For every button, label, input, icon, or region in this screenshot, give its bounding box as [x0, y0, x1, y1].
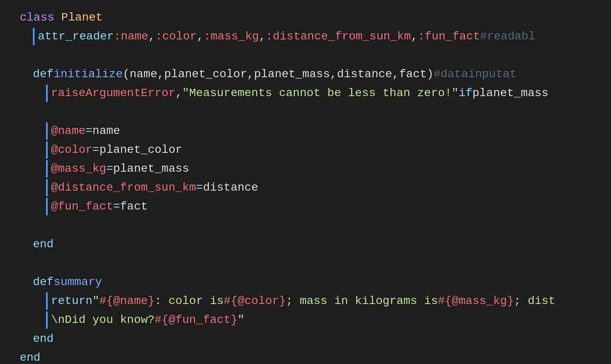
keyword-class: class	[20, 9, 54, 26]
sym-name: :name	[114, 28, 148, 45]
str-newline: \nDid you know?	[51, 311, 155, 329]
code-line-1: class Planet	[0, 8, 611, 27]
method-summary: summary	[53, 274, 102, 291]
ivar-fun-fact: @fun_fact	[51, 198, 113, 215]
code-line-def-init: def initialize(name, planet_color, plane…	[0, 65, 611, 84]
code-line-distance-assign: @distance_from_sun_km = distance	[0, 178, 611, 197]
keyword-if: if	[458, 85, 472, 102]
ivar-mass: @mass_kg	[51, 160, 106, 177]
str-colon: : color is	[155, 293, 224, 310]
op-assign3: =	[106, 160, 113, 177]
error-class-name: ArgumentError	[86, 85, 175, 102]
class-name: Planet	[61, 9, 103, 26]
val-distance: distance	[203, 179, 258, 196]
code-line-2: attr_reader :name, :color, :mass_kg, :di…	[0, 27, 611, 46]
method-initialize: initialize	[53, 66, 123, 83]
error-string: "Measurements cannot be less than zero!"	[182, 85, 458, 102]
code-line-raise: raise ArgumentError, "Measurements canno…	[0, 84, 611, 103]
comma2: ,	[197, 28, 204, 45]
val-fact: fact	[120, 198, 148, 215]
comment-at: at	[503, 66, 517, 83]
code-line-end1: end	[0, 235, 611, 254]
paren-close: )	[427, 66, 434, 83]
comma3: ,	[259, 28, 266, 45]
code-line-end2: end	[0, 329, 611, 348]
sym-color: :color	[155, 28, 197, 45]
param-fact: fact	[399, 66, 427, 83]
code-line-fact-assign: @fun_fact = fact	[0, 197, 611, 216]
code-line-blank3	[0, 216, 611, 235]
comma7: ,	[330, 66, 337, 83]
indent-bar-mass	[46, 160, 48, 177]
comma: ,	[148, 28, 155, 45]
code-editor: class Planet attr_reader :name, :color, …	[0, 0, 611, 364]
code-line-blank1	[0, 46, 611, 65]
param-color: planet_color	[164, 66, 247, 83]
ivar-color: @color	[51, 141, 93, 159]
comment-data-input: #data	[434, 66, 468, 83]
comma5: ,	[157, 66, 164, 83]
comment-input: input	[468, 66, 503, 83]
indent-bar-fact	[46, 198, 48, 215]
param-mass: planet_mass	[254, 66, 330, 83]
param-distance: distance	[337, 66, 392, 83]
comment-readable: #readabl	[480, 28, 535, 45]
indent-bar-ndid	[46, 311, 48, 329]
sym-mass: :mass_kg	[204, 28, 259, 45]
code-line-color-assign: @color = planet_color	[0, 141, 611, 159]
val-planet-color: planet_color	[100, 141, 183, 159]
code-line-name-assign: @name = name	[0, 122, 611, 141]
code-line-ndid: \nDid you know? #{@fun_fact}"	[0, 311, 611, 329]
keyword-end1: end	[33, 236, 53, 253]
val-name: name	[93, 122, 120, 140]
op-assign2: =	[93, 141, 100, 159]
var-planet-mass: planet_mass	[472, 85, 549, 102]
comma8: ,	[392, 66, 399, 83]
op-assign5: =	[113, 198, 120, 215]
interp-mass: #{@mass_kg}	[438, 293, 514, 310]
code-line-blank4	[0, 254, 611, 273]
ivar-name: @name	[51, 122, 86, 140]
param-name: name	[130, 66, 157, 83]
indent-bar	[33, 28, 35, 45]
paren-open: (	[123, 66, 130, 83]
val-planet-mass: planet_mass	[113, 160, 189, 177]
op-assign: =	[86, 122, 93, 140]
keyword-return: return	[51, 293, 93, 310]
comma4: ,	[411, 28, 418, 45]
keyword-raise: raise	[51, 85, 86, 102]
keyword-def: def	[33, 66, 53, 83]
keyword-def2: def	[33, 274, 53, 291]
indent-bar-return	[46, 293, 48, 310]
str-dist: ; dist	[514, 293, 555, 310]
keyword-end2: end	[33, 330, 53, 348]
code-line-return: return "#{@name}: color is #{@color}; ma…	[0, 292, 611, 311]
code-line-blank2	[0, 103, 611, 122]
interp-color: #{@color}	[224, 293, 286, 310]
comma6: ,	[247, 66, 254, 83]
interp-funfact: #{@fun_fact}	[155, 311, 238, 329]
code-line-end3: end	[0, 348, 611, 364]
attr-reader-kw: attr_reader	[38, 28, 114, 45]
keyword-end3: end	[20, 349, 40, 364]
code-line-def-summary: def summary	[0, 273, 611, 292]
indent-bar-color	[46, 141, 48, 159]
op-assign4: =	[196, 179, 203, 196]
indent-bar-name	[46, 122, 48, 140]
indent-bar-raise	[46, 85, 48, 102]
interp-name: #{@name}	[100, 293, 155, 310]
sym-distance: :distance_from_sun_km	[266, 28, 411, 45]
sym-funfact: :fun_fact	[418, 28, 480, 45]
string-open-quote: "	[93, 293, 100, 310]
str-semi1: ; mass in kilograms is	[286, 293, 438, 310]
string-close-quote: "	[238, 311, 245, 329]
code-line-mass-assign: @mass_kg = planet_mass	[0, 159, 611, 178]
indent-bar-distance	[46, 179, 48, 196]
comma9: ,	[175, 85, 182, 102]
ivar-distance: @distance_from_sun_km	[51, 179, 196, 196]
